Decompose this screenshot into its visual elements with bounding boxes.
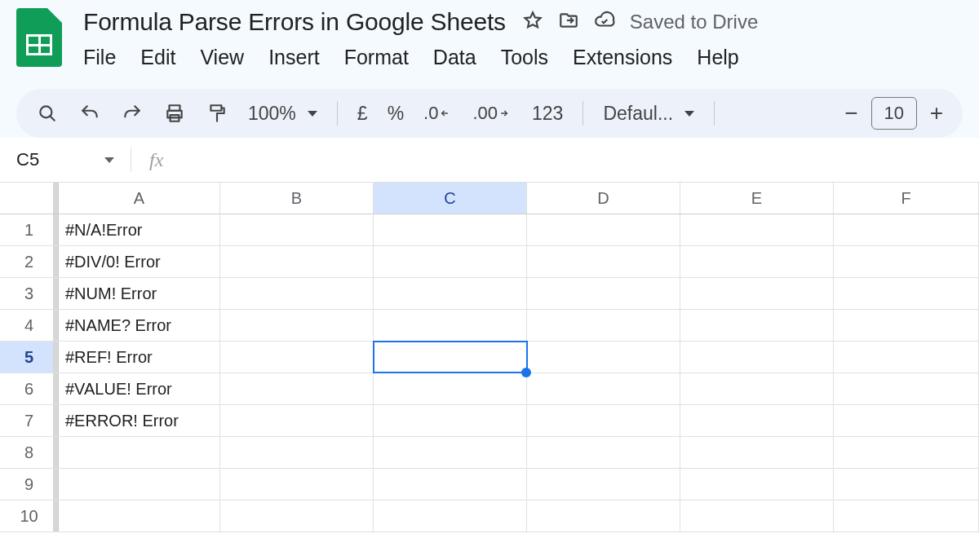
cell-D5[interactable] [527,342,680,373]
cell-A1[interactable]: #N/A!Error [59,214,220,245]
cell-E10[interactable] [680,500,834,531]
cell-F3[interactable] [834,278,979,309]
cell-D8[interactable] [527,437,680,468]
menu-format[interactable]: Format [344,46,409,69]
name-box[interactable]: C5 [16,149,131,170]
select-all-corner[interactable] [0,183,59,214]
cell-B5[interactable] [220,342,374,373]
cell-F4[interactable] [834,310,979,341]
menu-edit[interactable]: Edit [140,46,175,69]
row-header-10[interactable]: 10 [0,500,59,531]
percent-button[interactable]: % [388,103,404,125]
document-title[interactable]: Formula Parse Errors in Google Sheets [83,8,506,36]
spreadsheet-grid[interactable]: ABCDEF 1#N/A!Error2#DIV/0! Error3#NUM! E… [0,183,979,532]
menu-extensions[interactable]: Extensions [573,46,672,69]
redo-icon[interactable] [121,102,144,125]
cell-A6[interactable]: #VALUE! Error [59,373,220,404]
cell-C2[interactable] [374,246,527,277]
cell-E8[interactable] [680,437,834,468]
cell-F6[interactable] [834,373,979,404]
cell-A10[interactable] [59,500,220,531]
cell-F1[interactable] [834,214,979,245]
cell-D4[interactable] [527,310,680,341]
cell-D3[interactable] [527,278,680,309]
cell-D10[interactable] [527,500,680,531]
decrease-decimal-button[interactable]: .0 [423,102,453,125]
cell-B7[interactable] [220,405,374,436]
cell-A4[interactable]: #NAME? Error [59,310,220,341]
cell-C3[interactable] [374,278,527,309]
cell-E4[interactable] [680,310,834,341]
star-icon[interactable] [522,10,543,34]
cell-D9[interactable] [527,469,680,500]
menu-insert[interactable]: Insert [268,46,320,69]
cell-C5[interactable] [374,342,527,373]
increase-font-button[interactable]: + [930,100,943,126]
increase-decimal-button[interactable]: .00 [472,102,512,125]
cell-C4[interactable] [374,310,527,341]
column-header-C[interactable]: C [374,183,527,214]
column-header-B[interactable]: B [220,183,374,214]
row-header-2[interactable]: 2 [0,246,59,277]
column-header-D[interactable]: D [527,183,680,214]
cell-D7[interactable] [527,405,680,436]
cell-E6[interactable] [680,373,834,404]
cell-A7[interactable]: #ERROR! Error [59,405,220,436]
cell-C9[interactable] [374,469,527,500]
cell-A3[interactable]: #NUM! Error [59,278,220,309]
cell-E5[interactable] [680,342,834,373]
cell-B2[interactable] [220,246,374,277]
cloud-saved-icon[interactable] [594,10,615,34]
cell-C6[interactable] [374,373,527,404]
cell-F5[interactable] [834,342,979,373]
cell-F7[interactable] [834,405,979,436]
row-header-4[interactable]: 4 [0,310,59,341]
column-header-A[interactable]: A [59,183,220,214]
cell-A2[interactable]: #DIV/0! Error [59,246,220,277]
font-dropdown[interactable]: Defaul... [603,103,694,125]
cell-B10[interactable] [220,500,374,531]
cell-C8[interactable] [374,437,527,468]
menu-file[interactable]: File [83,46,116,69]
column-header-F[interactable]: F [834,183,979,214]
cell-B4[interactable] [220,310,374,341]
cell-B1[interactable] [220,214,374,245]
format-auto-button[interactable]: 123 [532,103,563,125]
menu-view[interactable]: View [200,46,244,69]
row-header-3[interactable]: 3 [0,278,59,309]
row-header-1[interactable]: 1 [0,214,59,245]
menu-help[interactable]: Help [697,46,738,69]
cell-B3[interactable] [220,278,374,309]
cell-E2[interactable] [680,246,834,277]
cell-A8[interactable] [59,437,220,468]
cell-E3[interactable] [680,278,834,309]
row-header-9[interactable]: 9 [0,469,59,500]
search-icon[interactable] [36,102,59,125]
cell-C10[interactable] [374,500,527,531]
cell-C7[interactable] [374,405,527,436]
paint-format-icon[interactable] [206,102,228,125]
menu-data[interactable]: Data [433,46,476,69]
cell-E9[interactable] [680,469,834,500]
zoom-dropdown[interactable]: 100% [248,103,317,125]
cell-C1[interactable] [374,214,527,245]
cell-D1[interactable] [527,214,680,245]
cell-D2[interactable] [527,246,680,277]
cell-A9[interactable] [59,469,220,500]
print-icon[interactable] [163,102,186,125]
cell-F8[interactable] [834,437,979,468]
decrease-font-button[interactable]: − [844,100,857,126]
column-header-E[interactable]: E [680,183,834,214]
cell-E1[interactable] [680,214,834,245]
cell-B9[interactable] [220,469,374,500]
row-header-8[interactable]: 8 [0,437,59,468]
cell-B6[interactable] [220,373,374,404]
font-size-input[interactable]: 10 [871,97,917,130]
row-header-7[interactable]: 7 [0,405,59,436]
menu-tools[interactable]: Tools [501,46,548,69]
undo-icon[interactable] [78,102,101,125]
row-header-6[interactable]: 6 [0,373,59,404]
cell-B8[interactable] [220,437,374,468]
row-header-5[interactable]: 5 [0,342,59,373]
cell-E7[interactable] [680,405,834,436]
